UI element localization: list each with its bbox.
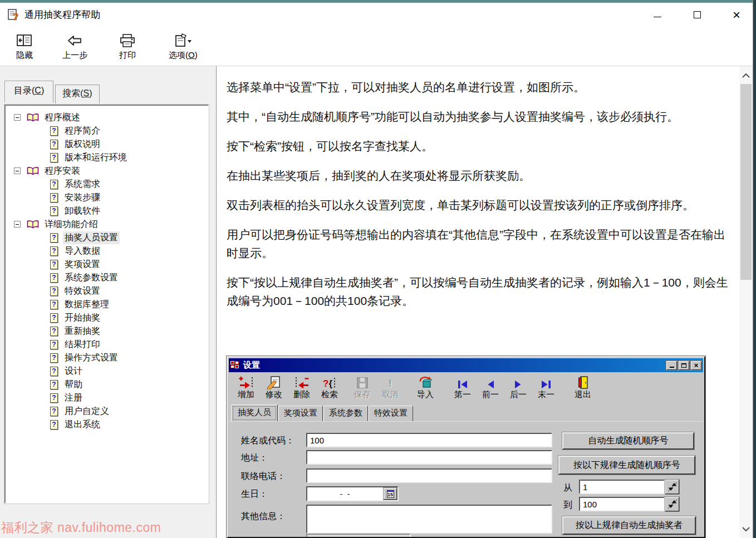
prev-record-button[interactable]: 前一: [477, 374, 504, 400]
tree-page-node[interactable]: ?帮助: [7, 378, 207, 391]
tree-page-node[interactable]: ?特效设置: [7, 284, 207, 298]
from-field[interactable]: [579, 480, 665, 494]
tree-page-node[interactable]: ?设计: [7, 364, 207, 378]
hide-button[interactable]: 隐藏: [10, 31, 39, 62]
tree-page-node[interactable]: ?奖项设置: [7, 258, 207, 271]
svg-text:?: ?: [13, 12, 18, 22]
tree-page-node[interactable]: ?系统需求: [7, 177, 207, 191]
tree-page-node-selected[interactable]: ?抽奖人员设置: [7, 231, 207, 244]
search-record-icon: ?{: [323, 374, 336, 389]
date-placeholder: - -: [307, 489, 384, 498]
address-field[interactable]: [306, 450, 552, 465]
dialog-titlebar: 设置 ×: [229, 358, 703, 372]
tab-effect-settings[interactable]: 特效设置: [369, 406, 413, 421]
options-button[interactable]: 选项(O): [166, 31, 200, 62]
tree-page-node[interactable]: ?操作方式设置: [7, 351, 207, 364]
maximize-button[interactable]: [693, 11, 701, 19]
background-window-right-edge: [753, 0, 756, 538]
tree-page-node[interactable]: ?注册: [7, 391, 207, 404]
collapse-icon[interactable]: [14, 221, 21, 228]
tree-node-label: 详细功能介绍: [43, 218, 100, 231]
tree-book-node[interactable]: 程序安装: [7, 164, 207, 177]
question-page-icon: ?: [50, 300, 58, 309]
question-page-icon: ?: [50, 380, 58, 389]
scroll-up-icon[interactable]: [739, 67, 753, 83]
calendar-icon: 15: [387, 490, 394, 498]
add-button[interactable]: 增加: [232, 374, 260, 400]
tab-prize-settings[interactable]: 奖项设置: [278, 406, 323, 421]
scroll-down-icon[interactable]: [739, 521, 753, 537]
dialog-close-button[interactable]: ×: [691, 361, 701, 370]
last-record-button[interactable]: 末一: [532, 374, 560, 400]
calendar-button[interactable]: 15: [384, 488, 397, 500]
tree-page-node[interactable]: ?版权说明: [7, 137, 207, 151]
help-toolbar: 隐藏 上一步 打印: [0, 27, 753, 66]
tree-page-node[interactable]: ?结果打印: [7, 338, 207, 351]
question-page-icon: ?: [50, 193, 58, 203]
delete-button[interactable]: 删除: [288, 374, 316, 400]
dialog-maximize-button[interactable]: [679, 361, 689, 370]
next-record-button[interactable]: 后一: [504, 374, 532, 400]
dialog-toolbar: 增加 修改 删除 ?{ 检索 保存: [229, 372, 703, 406]
search-button[interactable]: ?{ 检索: [316, 374, 343, 400]
other-info-label: 其他信息：: [241, 511, 286, 522]
tree-book-node[interactable]: 程序概述: [7, 111, 207, 124]
back-arrow-icon: [67, 32, 84, 49]
tab-contents[interactable]: 目录(C): [4, 81, 53, 102]
to-spinner[interactable]: [665, 497, 679, 511]
birthday-field[interactable]: - - 15: [306, 486, 399, 501]
tree-page-node[interactable]: ?退出系统: [7, 418, 207, 431]
tree-page-node[interactable]: ?安装步骤: [7, 191, 207, 204]
tree-page-node[interactable]: ?卸载软件: [7, 204, 207, 218]
minimize-button[interactable]: [653, 11, 662, 19]
tree-page-node[interactable]: ?导入数据: [7, 244, 207, 258]
printer-icon: [119, 32, 136, 49]
first-record-button[interactable]: 第一: [449, 374, 477, 400]
scrollbar-thumb[interactable]: [740, 84, 752, 280]
print-button[interactable]: 打印: [113, 31, 142, 62]
tree-page-node[interactable]: ?版本和运行环境: [7, 151, 207, 164]
name-or-code-field[interactable]: [306, 433, 552, 447]
dialog-minimize-button[interactable]: [666, 361, 677, 370]
paragraph: 选择菜单中“设置”下拉，可以对抽奖人员的名单进行设置，如图所示。: [227, 78, 729, 96]
window-title: 通用抽奖程序帮助: [24, 8, 100, 21]
generate-participants-button[interactable]: 按以上规律自动生成抽奖者: [562, 516, 696, 535]
next-record-icon: [513, 374, 523, 389]
tab-system-params[interactable]: 系统参数: [323, 406, 368, 421]
tree-page-node[interactable]: ?数据库整理: [7, 298, 207, 311]
import-button[interactable]: 导入: [411, 374, 439, 400]
save-button-disabled: 保存: [348, 374, 376, 400]
question-page-icon: ?: [50, 420, 58, 430]
question-page-icon: ?: [50, 153, 58, 162]
print-label: 打印: [119, 50, 136, 61]
edit-button[interactable]: 修改: [260, 374, 288, 400]
tree-page-node[interactable]: ?用户自定义: [7, 404, 207, 418]
to-field[interactable]: [579, 497, 665, 511]
first-record-icon: [456, 374, 469, 389]
tree-page-node[interactable]: ?程序简介: [7, 124, 207, 137]
tab-search[interactable]: 搜索(S): [55, 85, 99, 103]
question-page-icon: ?: [50, 206, 58, 216]
collapse-icon[interactable]: [14, 114, 21, 121]
question-page-icon: ?: [50, 353, 58, 363]
phone-field[interactable]: [306, 468, 552, 483]
tree-page-node[interactable]: ?开始抽奖: [7, 311, 207, 324]
cut-off-control: [306, 534, 411, 538]
tree-page-node[interactable]: ?系统参数设置: [7, 271, 207, 284]
exit-button[interactable]: 退出: [569, 374, 597, 400]
question-page-icon: ?: [50, 313, 58, 323]
collapse-icon[interactable]: [14, 167, 21, 174]
tree-book-node[interactable]: 详细功能介绍: [7, 218, 207, 231]
add-record-icon: [239, 374, 254, 389]
tree-page-node[interactable]: ?重新抽奖: [7, 324, 207, 338]
help-book-icon: ?: [7, 8, 20, 22]
tab-lottery-person[interactable]: 抽奖人员: [231, 404, 278, 422]
auto-generate-sequence-button[interactable]: 自动生成随机顺序号: [562, 432, 694, 450]
back-button[interactable]: 上一步: [60, 31, 90, 62]
content-scrollbar[interactable]: [739, 66, 753, 538]
from-spinner[interactable]: [665, 480, 679, 494]
dialog-window-controls: ×: [665, 361, 701, 370]
rule-generate-sequence-button[interactable]: 按以下规律生成随机顺序号: [558, 456, 695, 475]
other-info-field[interactable]: [306, 505, 552, 534]
close-button[interactable]: ×: [732, 11, 741, 19]
